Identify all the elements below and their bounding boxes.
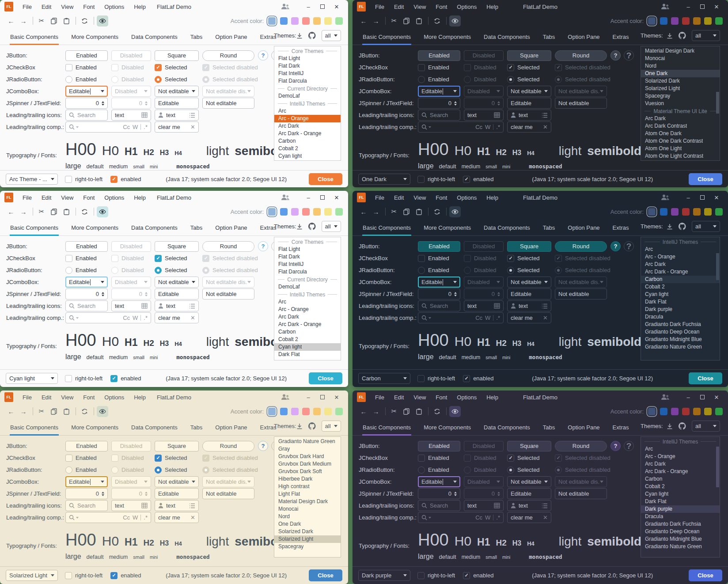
accent-swatch[interactable] <box>280 17 288 25</box>
regex-toggle[interactable]: .* <box>144 124 148 130</box>
tab[interactable]: Extras <box>612 421 629 435</box>
regex-toggle[interactable]: .* <box>496 514 500 521</box>
combobox-not-editable[interactable]: Not editable <box>507 86 551 97</box>
menu-item[interactable]: View <box>409 4 431 10</box>
download-icon[interactable] <box>296 33 303 39</box>
combobox-editable[interactable]: Editable <box>65 86 108 97</box>
tab[interactable]: Option Pane <box>567 222 600 235</box>
copy-icon[interactable] <box>48 15 60 27</box>
download-icon[interactable] <box>667 224 673 230</box>
text-input-table[interactable]: text <box>111 110 151 121</box>
text-input-user[interactable]: text <box>155 300 199 311</box>
forward-icon[interactable]: → <box>18 206 29 217</box>
theme-list-item[interactable]: Gray <box>274 445 341 453</box>
combobox-not-editable[interactable]: Not editable <box>507 476 551 487</box>
eye-icon[interactable] <box>97 206 108 217</box>
eye-icon[interactable] <box>97 15 108 27</box>
whole-word-toggle[interactable]: W <box>485 315 490 321</box>
back-icon[interactable]: ← <box>358 406 369 417</box>
menu-item[interactable]: Help <box>129 394 151 401</box>
tab[interactable]: Option Pane <box>567 31 600 45</box>
theme-list-item[interactable]: Solarized Light <box>274 535 341 543</box>
search-dropdown-icon[interactable] <box>69 315 79 321</box>
text-input-user[interactable]: text <box>507 500 551 511</box>
text-input-user[interactable]: text <box>507 110 551 121</box>
menu-item[interactable]: Options <box>99 194 129 201</box>
menu-item[interactable]: Edit <box>389 194 409 201</box>
spinner[interactable]: 0 <box>418 488 460 499</box>
square-button[interactable]: Square <box>507 241 551 252</box>
checkbox-selected[interactable]: ✓Selected <box>155 255 199 262</box>
users-icon[interactable] <box>281 394 290 400</box>
checkbox-enabled[interactable]: Enabled <box>418 455 460 462</box>
combobox-editable[interactable]: Editable <box>65 476 108 487</box>
accent-swatch[interactable] <box>715 408 723 415</box>
menu-item[interactable]: File <box>370 194 389 201</box>
theme-list[interactable]: Gradianto Nature Green Gray Gruvbox Dark… <box>274 436 341 557</box>
minimize-button[interactable]: – <box>301 394 315 401</box>
square-button[interactable]: Square <box>507 441 551 451</box>
refresh-icon[interactable] <box>431 406 443 417</box>
search-input[interactable]: Search <box>418 110 460 121</box>
help-button[interactable]: ? <box>610 241 621 251</box>
theme-list-item[interactable]: Atom One Dark <box>641 130 720 137</box>
right-to-left-checkbox[interactable]: right-to-left <box>417 176 455 183</box>
theme-list-item[interactable]: Current Directory <box>274 276 341 283</box>
tab[interactable]: More Components <box>71 421 119 435</box>
accent-swatch[interactable] <box>704 17 712 25</box>
match-case-toggle[interactable]: Cc <box>475 315 482 321</box>
menu-item[interactable]: Font <box>431 394 452 401</box>
themes-filter-combo[interactable]: all <box>692 30 720 41</box>
combobox-not-editable[interactable]: Not editable <box>155 86 199 97</box>
search-options-input[interactable]: Cc W .* <box>65 312 151 323</box>
theme-list-item[interactable]: High contrast <box>274 483 341 490</box>
theme-list-item[interactable]: Dark Flat <box>274 351 341 358</box>
help-button[interactable]: ? <box>610 441 621 451</box>
github-icon[interactable] <box>679 32 686 39</box>
download-icon[interactable] <box>296 224 303 230</box>
enabled-button[interactable]: Enabled <box>418 441 460 451</box>
checkbox-enabled[interactable]: Enabled <box>65 255 108 262</box>
text-input-user[interactable]: text <box>155 110 199 121</box>
combobox-editable[interactable]: Editable <box>418 86 460 97</box>
clear-icon[interactable]: ✕ <box>190 124 195 130</box>
textfield-editable[interactable]: Editable <box>155 488 199 499</box>
search-options-input[interactable]: Cc W .* <box>65 121 151 133</box>
download-icon[interactable] <box>667 33 673 39</box>
accent-swatch[interactable] <box>291 408 299 415</box>
maximize-button[interactable] <box>315 194 330 201</box>
accent-swatch[interactable] <box>648 408 656 415</box>
theme-list-item[interactable]: Gradianto Midnight Blue <box>641 535 720 543</box>
theme-list-item[interactable]: Arc <box>641 445 720 453</box>
theme-combo[interactable]: Carbon <box>358 373 410 384</box>
theme-list-item[interactable]: Dracula <box>641 313 720 321</box>
theme-list-item[interactable]: Arc <box>274 107 341 115</box>
right-to-left-checkbox[interactable]: right-to-left <box>65 375 102 382</box>
search-input[interactable]: Search <box>418 500 460 511</box>
enabled-button[interactable]: Enabled <box>418 241 460 252</box>
theme-list-item[interactable]: Dark Flat <box>641 298 720 306</box>
theme-list-item[interactable]: Arc <box>641 246 720 253</box>
theme-list-item[interactable]: Arc Dark - Orange <box>641 468 720 475</box>
github-icon[interactable] <box>308 223 316 230</box>
menu-item[interactable]: File <box>370 394 389 401</box>
tab[interactable]: Basic Components <box>362 222 411 235</box>
theme-list-item[interactable]: Dracula <box>641 513 720 520</box>
checkbox-selected[interactable]: ✓Selected <box>155 455 199 462</box>
theme-list[interactable]: Core Themes Flat Light Flat Dark Flat In… <box>274 46 341 161</box>
accent-swatch[interactable] <box>302 17 310 25</box>
spinner[interactable]: 0 <box>418 288 460 300</box>
round-button[interactable]: Round <box>202 441 254 451</box>
github-icon[interactable] <box>679 422 686 430</box>
minimize-button[interactable]: – <box>681 194 695 201</box>
tab[interactable]: Extras <box>612 31 629 45</box>
close-button[interactable]: Close <box>689 372 722 384</box>
close-window-button[interactable]: ✕ <box>709 194 724 201</box>
theme-list-item[interactable]: IntelliJ Themes <box>274 100 341 107</box>
square-button[interactable]: Square <box>155 241 199 252</box>
checkbox-selected[interactable]: ✓Selected <box>507 455 551 462</box>
scrollbar-thumb[interactable] <box>716 253 719 280</box>
menu-item[interactable]: Options <box>452 394 482 401</box>
accent-swatch[interactable] <box>660 17 667 25</box>
theme-list-item[interactable]: Cyan light <box>641 291 720 298</box>
